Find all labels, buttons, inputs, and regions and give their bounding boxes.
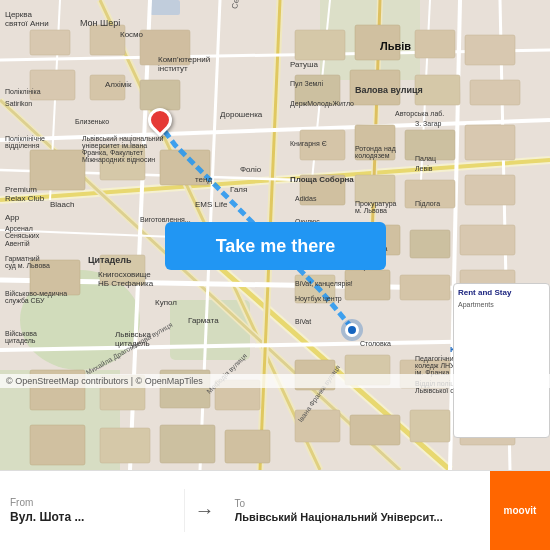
arrow-icon: → bbox=[195, 499, 215, 522]
svg-rect-76 bbox=[160, 425, 215, 463]
svg-rect-43 bbox=[465, 35, 515, 65]
svg-rect-40 bbox=[295, 30, 345, 60]
svg-rect-64 bbox=[400, 275, 450, 300]
to-stop-container: To Львівський Національний Університ... bbox=[225, 490, 490, 531]
svg-rect-32 bbox=[90, 25, 125, 55]
from-stop-name: Вул. Шота ... bbox=[10, 510, 174, 524]
svg-rect-34 bbox=[30, 70, 75, 100]
svg-rect-35 bbox=[90, 75, 125, 100]
svg-rect-47 bbox=[470, 80, 520, 105]
svg-rect-46 bbox=[415, 75, 460, 105]
svg-rect-44 bbox=[295, 75, 340, 105]
svg-rect-36 bbox=[140, 80, 180, 110]
to-label: To bbox=[235, 498, 480, 509]
svg-rect-54 bbox=[405, 180, 455, 208]
svg-rect-63 bbox=[345, 270, 390, 300]
take-me-there-button[interactable]: Take me there bbox=[165, 222, 386, 270]
svg-rect-52 bbox=[300, 175, 345, 205]
svg-rect-42 bbox=[415, 30, 455, 58]
moovit-logo: moovit bbox=[490, 471, 550, 550]
svg-rect-55 bbox=[465, 175, 515, 205]
svg-rect-50 bbox=[405, 130, 455, 160]
osm-attribution: © OpenStreetMap contributors | © OpenMap… bbox=[0, 374, 550, 388]
current-location-marker bbox=[345, 323, 359, 337]
svg-rect-53 bbox=[355, 175, 395, 203]
svg-rect-48 bbox=[300, 130, 345, 160]
svg-rect-78 bbox=[295, 410, 340, 442]
svg-rect-74 bbox=[30, 425, 85, 465]
pin-icon bbox=[143, 103, 177, 137]
svg-rect-79 bbox=[350, 415, 400, 445]
svg-rect-56 bbox=[30, 260, 80, 295]
moovit-text: moovit bbox=[504, 505, 537, 516]
destination-pin bbox=[148, 108, 172, 140]
svg-rect-31 bbox=[30, 30, 70, 55]
svg-rect-57 bbox=[100, 255, 145, 285]
svg-rect-77 bbox=[225, 430, 270, 463]
svg-rect-51 bbox=[465, 125, 515, 160]
from-label: From bbox=[10, 497, 174, 508]
svg-rect-60 bbox=[410, 230, 450, 258]
rent-stay-box: Rent and Stay Apartments bbox=[453, 283, 550, 438]
from-stop-container: From Вул. Шота ... bbox=[0, 489, 185, 532]
svg-rect-75 bbox=[100, 428, 150, 463]
map-container: Львів Мон Шері Космо Церквасвятої Анни К… bbox=[0, 0, 550, 470]
svg-rect-49 bbox=[355, 125, 395, 160]
bottom-bar: From Вул. Шота ... → To Львівський Націо… bbox=[0, 470, 550, 550]
route-arrow: → bbox=[185, 499, 225, 522]
to-stop-name: Львівський Національний Університ... bbox=[235, 511, 480, 523]
svg-rect-45 bbox=[350, 70, 400, 105]
svg-rect-33 bbox=[140, 30, 190, 65]
svg-rect-37 bbox=[30, 150, 85, 190]
svg-rect-38 bbox=[100, 145, 145, 180]
svg-rect-5 bbox=[150, 0, 180, 15]
svg-rect-2 bbox=[170, 300, 250, 360]
rent-stay-subtitle: Apartments bbox=[458, 300, 545, 309]
svg-rect-41 bbox=[355, 25, 400, 60]
svg-rect-61 bbox=[460, 225, 515, 255]
rent-stay-title: Rent and Stay bbox=[458, 288, 545, 298]
svg-rect-80 bbox=[410, 410, 450, 442]
